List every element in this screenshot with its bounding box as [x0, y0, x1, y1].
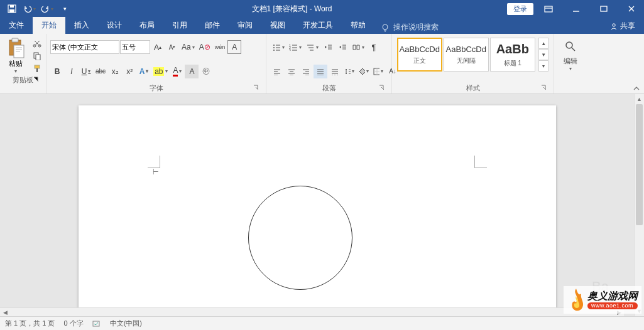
numbering-button[interactable]: 123	[287, 40, 303, 54]
font-color-button[interactable]: A	[170, 65, 184, 78]
bold-button[interactable]: B	[50, 65, 64, 78]
close-button[interactable]	[619, 0, 644, 18]
align-left-button[interactable]	[270, 65, 284, 78]
style-preview: AaBbCcDd	[400, 45, 440, 54]
svg-rect-4	[601, 6, 607, 11]
svg-rect-8	[12, 38, 18, 42]
paragraph-launcher[interactable]	[379, 85, 386, 92]
status-page[interactable]: 第 1 页，共 1 页	[5, 319, 55, 328]
tab-insert[interactable]: 插入	[65, 17, 98, 34]
tab-developer[interactable]: 开发工具	[294, 17, 342, 34]
line-spacing-button[interactable]	[342, 65, 356, 78]
format-painter-button[interactable]	[30, 63, 44, 74]
svg-point-17	[273, 50, 275, 51]
character-shading-button[interactable]: A	[185, 65, 199, 78]
font-size-combo[interactable]	[120, 40, 150, 54]
italic-button[interactable]: I	[65, 65, 79, 78]
style-preview: AaBb	[496, 42, 529, 56]
increase-indent-button[interactable]	[336, 40, 349, 54]
lightbulb-icon	[381, 23, 390, 32]
circle-shape[interactable]	[248, 186, 352, 290]
maximize-button[interactable]	[591, 0, 616, 18]
flame-icon	[567, 287, 585, 312]
font-launcher[interactable]	[253, 85, 261, 92]
search-icon	[564, 40, 577, 53]
share-button[interactable]: 共享	[601, 21, 644, 31]
group-clipboard-label: 剪贴板	[13, 76, 33, 83]
underline-button[interactable]: U	[79, 65, 93, 78]
svg-rect-2	[9, 9, 14, 13]
status-spellcheck[interactable]	[92, 320, 101, 327]
align-right-button[interactable]	[299, 65, 313, 78]
page[interactable]: ⊢	[79, 105, 556, 316]
style-preview: AaBbCcDd	[446, 45, 486, 54]
tab-home[interactable]: 开始	[33, 17, 65, 34]
highlight-button[interactable]: ab	[151, 65, 170, 78]
minimize-button[interactable]	[564, 0, 589, 18]
tab-mailings[interactable]: 邮件	[196, 17, 229, 34]
tell-me-search[interactable]: 操作说明搜索	[374, 22, 445, 33]
cut-button[interactable]	[30, 38, 44, 49]
clear-formatting-button[interactable]: A⊘	[197, 40, 212, 54]
status-word-count[interactable]: 0 个字	[63, 319, 83, 328]
text-effects-button[interactable]: A	[137, 65, 151, 78]
clipboard-launcher[interactable]	[33, 77, 41, 84]
svg-rect-23	[93, 321, 99, 326]
shrink-font-button[interactable]: A▾	[165, 40, 179, 54]
shading-button[interactable]	[357, 65, 371, 78]
distributed-button[interactable]	[328, 65, 342, 78]
borders-button[interactable]	[371, 65, 385, 78]
subscript-button[interactable]: x₂	[108, 65, 122, 78]
tab-help[interactable]: 帮助	[342, 17, 374, 34]
style-nospacing[interactable]: AaBbCcDd 无间隔	[444, 38, 489, 72]
paste-button[interactable]: 粘贴 ▾	[4, 36, 28, 75]
login-button[interactable]: 登录	[507, 3, 533, 15]
character-border-button[interactable]: A	[227, 40, 241, 54]
share-label: 共享	[620, 21, 635, 31]
tab-references[interactable]: 引用	[163, 17, 196, 34]
styles-launcher[interactable]	[541, 85, 548, 92]
copy-button[interactable]	[30, 50, 44, 61]
decrease-indent-button[interactable]	[321, 40, 335, 54]
editing-button[interactable]: 编辑 ▾	[558, 35, 583, 73]
redo-button[interactable]	[39, 1, 55, 16]
styles-scroll-down[interactable]: ▼	[538, 49, 548, 60]
show-marks-button[interactable]: ¶	[367, 40, 381, 54]
tab-review[interactable]: 审阅	[229, 17, 261, 34]
scroll-left-button[interactable]: ◀	[0, 308, 10, 316]
style-normal[interactable]: AaBbCcDd 正文	[397, 38, 442, 72]
change-case-button[interactable]: Aa	[180, 40, 197, 54]
phonetic-guide-button[interactable]: wén	[213, 40, 227, 54]
scroll-up-button[interactable]: ▲	[635, 94, 644, 104]
styles-expand[interactable]: ▾	[538, 60, 548, 72]
enclose-characters-button[interactable]: ㊥	[199, 65, 213, 78]
status-bar: 第 1 页，共 1 页 0 个字 中文(中国)	[0, 316, 644, 330]
asian-layout-button[interactable]	[350, 40, 366, 54]
save-button[interactable]	[4, 1, 20, 16]
grow-font-button[interactable]: A▴	[151, 40, 165, 54]
styles-scroll: ▲ ▼ ▾	[538, 38, 548, 72]
status-language[interactable]: 中文(中国)	[110, 319, 142, 328]
superscript-button[interactable]: x²	[123, 65, 136, 78]
tab-file[interactable]: 文件	[0, 17, 33, 34]
tab-design[interactable]: 设计	[98, 17, 131, 34]
strikethrough-button[interactable]: abc	[94, 65, 107, 78]
horizontal-scrollbar[interactable]: ◀ ▶	[0, 307, 624, 316]
bullets-button[interactable]	[270, 40, 287, 54]
multilevel-list-button[interactable]	[304, 40, 320, 54]
justify-button[interactable]	[314, 65, 327, 78]
margin-corner-tl	[148, 156, 160, 168]
styles-scroll-up[interactable]: ▲	[538, 38, 548, 49]
style-heading1[interactable]: AaBb 标题 1	[490, 38, 535, 72]
tab-view[interactable]: 视图	[261, 17, 294, 34]
undo-button[interactable]	[21, 1, 38, 16]
vertical-scrollbar[interactable]: ▲ ▼	[634, 94, 644, 316]
align-center-button[interactable]	[285, 65, 298, 78]
font-name-combo[interactable]	[50, 40, 119, 54]
collapse-ribbon-button[interactable]	[633, 85, 640, 92]
margin-corner-tr	[474, 156, 487, 168]
ribbon-display-options-button[interactable]	[536, 0, 561, 18]
tab-layout[interactable]: 布局	[131, 17, 163, 34]
scroll-thumb[interactable]	[636, 104, 643, 225]
qat-customize-button[interactable]: ▾	[57, 1, 73, 16]
